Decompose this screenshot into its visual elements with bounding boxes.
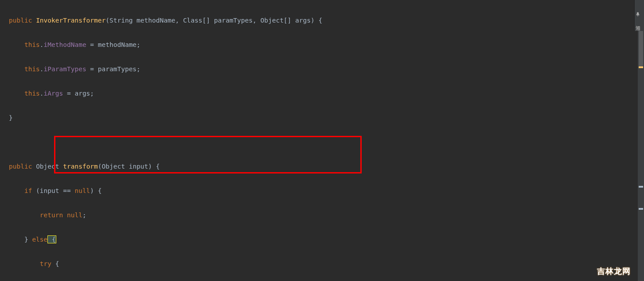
code-line: } else { — [9, 234, 644, 246]
marker — [639, 208, 643, 210]
notifications-tab[interactable]: 通知 — [634, 0, 644, 31]
marker — [639, 66, 643, 68]
bell-icon — [639, 12, 644, 17]
code-line: this.iParamTypes = paramTypes; — [9, 63, 644, 76]
code-editor[interactable]: public InvokerTransformer(String methodN… — [0, 0, 644, 281]
watermark: 吉林龙网 — [597, 266, 631, 278]
code-line: this.iArgs = args; — [9, 88, 644, 100]
code-line: if (input == null) { — [9, 185, 644, 197]
code-line — [9, 136, 644, 149]
marker — [639, 186, 643, 188]
code-line: return null; — [9, 209, 644, 222]
vertical-scrollbar[interactable] — [638, 0, 644, 281]
code-line: public Object transform(Object input) { — [9, 161, 644, 173]
code-line: try { — [9, 258, 644, 270]
code-line: } — [9, 112, 644, 124]
code-line: this.iMethodName = methodName; — [9, 39, 644, 51]
code-line: public InvokerTransformer(String methodN… — [9, 15, 644, 27]
